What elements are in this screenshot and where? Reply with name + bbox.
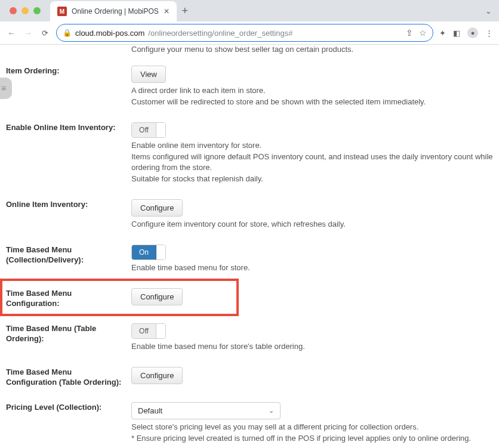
select-value: Default — [138, 406, 162, 415]
favicon-icon: M — [57, 7, 67, 16]
back-button[interactable]: ← — [6, 29, 17, 38]
row-pricing-collection: Pricing Level (Collection): Default ⌄ Se… — [6, 396, 493, 448]
label-tbm-table-config: Time Based Menu Configuration (Table Ord… — [6, 367, 131, 388]
desc-pricing-collection-1: Select store's pricing level as you may … — [131, 422, 493, 433]
tab-title: Online Ordering | MobiPOS — [72, 7, 159, 16]
close-window-button[interactable] — [10, 7, 17, 14]
desc-online-inventory: Configure item inventory count for store… — [131, 219, 493, 230]
tab-overflow-icon[interactable]: ⌄ — [485, 7, 499, 16]
close-tab-icon[interactable]: ✕ — [164, 7, 170, 16]
row-online-inventory: Online Item Inventory: Configure Configu… — [6, 193, 493, 239]
view-button[interactable]: View — [131, 66, 166, 83]
label-tbm-table: Time Based Menu (Table Ordering): — [6, 323, 131, 344]
desc-pricing-collection-2: * Ensure pricing level created is turned… — [131, 433, 493, 444]
extensions-icon[interactable]: ✦ — [439, 29, 446, 38]
tab-strip: M Online Ordering | MobiPOS ✕ + ⌄ — [0, 0, 499, 21]
forward-button: → — [23, 29, 33, 38]
lock-icon: 🔒 — [63, 29, 72, 37]
desc-tbm-table: Enable time based menu for store's table… — [131, 341, 493, 353]
toolbar-right: ✦ ◧ ● ⋮ — [439, 27, 493, 38]
row-tbm-collection: Time Based Menu (Collection/Delivery): O… — [6, 239, 493, 282]
desc-enable-inventory-3: Suitable for stocks that replenish daily… — [131, 174, 493, 185]
toolbar: ← → ⟳ 🔒 cloud.mobi-pos.com/onlineorderse… — [0, 21, 499, 44]
desc-tbm-collection: Enable time based menu for store. — [131, 262, 493, 274]
label-enable-inventory: Enable Online Item Inventory: — [6, 122, 131, 133]
label-item-ordering: Item Ordering: — [6, 66, 131, 76]
label-pricing-collection: Pricing Level (Collection): — [6, 402, 131, 413]
maximize-window-button[interactable] — [33, 7, 41, 14]
configure-tbm-table-button[interactable]: Configure — [131, 367, 183, 384]
toggle-enable-inventory[interactable]: Off — [131, 122, 166, 138]
address-bar[interactable]: 🔒 cloud.mobi-pos.com/onlineordersetting/… — [56, 24, 433, 42]
reload-button[interactable]: ⟳ — [39, 29, 50, 38]
window-controls — [0, 7, 50, 14]
share-icon[interactable]: ⇪ — [406, 28, 413, 38]
url-host: cloud.mobi-pos.com — [75, 29, 144, 38]
browser-chrome: M Online Ordering | MobiPOS ✕ + ⌄ ← → ⟳ … — [0, 0, 499, 45]
fragment-desc: Configure your menu to show best seller … — [6, 45, 493, 60]
browser-tab[interactable]: M Online Ordering | MobiPOS ✕ — [50, 1, 177, 21]
url-path: /onlineordersetting/online_order_setting… — [148, 29, 292, 38]
row-item-ordering: Item Ordering: View A direct order link … — [6, 60, 493, 116]
profile-avatar[interactable]: ● — [467, 27, 478, 38]
select-pricing-collection[interactable]: Default ⌄ — [131, 402, 281, 419]
toggle-handle — [156, 123, 165, 137]
configure-tbm-button[interactable]: Configure — [131, 288, 183, 305]
panel-icon[interactable]: ◧ — [453, 29, 460, 38]
label-tbm-config: Time Based Menu Configuration: — [6, 288, 131, 309]
minimize-window-button[interactable] — [21, 7, 29, 14]
new-tab-button[interactable]: + — [177, 2, 193, 19]
toggle-on-label: On — [132, 245, 156, 259]
configure-inventory-button[interactable]: Configure — [131, 199, 183, 217]
desc-enable-inventory-1: Enable online item inventory for store. — [131, 140, 493, 152]
desc-item-ordering-1: A direct order link to each item in stor… — [131, 85, 493, 97]
label-tbm-collection: Time Based Menu (Collection/Delivery): — [6, 245, 131, 265]
menu-icon[interactable]: ⋮ — [485, 29, 493, 38]
desc-item-ordering-2: Customer will be redirected to store and… — [131, 97, 493, 108]
row-tbm-table-config: Time Based Menu Configuration (Table Ord… — [6, 361, 493, 396]
desc-enable-inventory-2: Items configured will ignore default POS… — [131, 152, 493, 174]
toggle-handle — [156, 324, 165, 338]
toggle-off-label: Off — [132, 324, 156, 338]
toggle-tbm-table[interactable]: Off — [131, 323, 166, 339]
row-tbm-table: Time Based Menu (Table Ordering): Off En… — [6, 317, 493, 361]
row-enable-inventory: Enable Online Item Inventory: Off Enable… — [6, 116, 493, 193]
row-tbm-config: Time Based Menu Configuration: Configure — [6, 282, 493, 317]
toggle-tbm-collection[interactable]: On — [131, 245, 166, 260]
chevron-down-icon: ⌄ — [269, 407, 274, 415]
toggle-off-label: Off — [132, 123, 156, 137]
bookmark-icon[interactable]: ☆ — [419, 28, 427, 38]
toggle-handle — [156, 245, 165, 259]
settings-page: Configure your menu to show best seller … — [0, 45, 499, 448]
label-online-inventory: Online Item Inventory: — [6, 199, 131, 210]
